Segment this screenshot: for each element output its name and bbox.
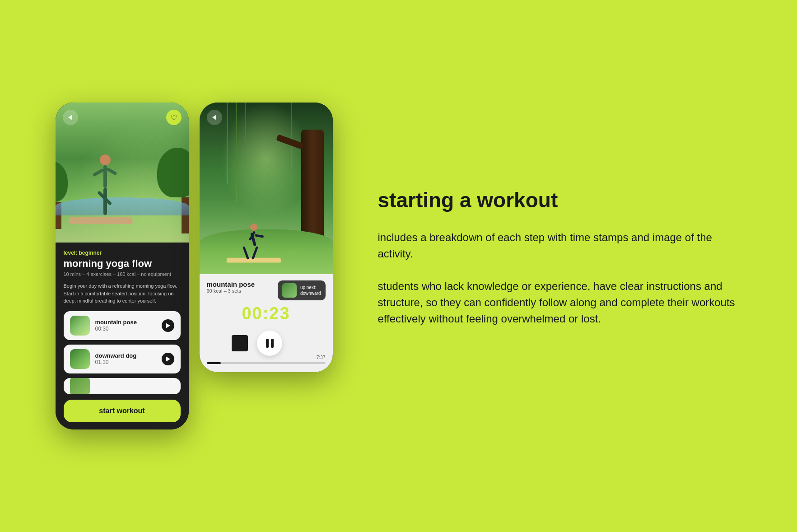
play-icon-mountain bbox=[166, 323, 170, 328]
pose-header-left: mountain pose 60 kcal – 3 sets bbox=[207, 280, 255, 299]
back-arrow-icon bbox=[68, 115, 72, 120]
skip-triangle bbox=[291, 338, 298, 348]
progress-bar-container[interactable]: 7:37 bbox=[207, 362, 326, 364]
play-button-dog[interactable] bbox=[162, 353, 174, 365]
up-next-badge: up next: downward bbox=[278, 280, 326, 300]
exercise-thumbnail-mountain bbox=[70, 316, 90, 336]
exercise-item-downward-dog: downward dog 01:30 bbox=[64, 345, 181, 373]
thumb-dog-image bbox=[70, 349, 90, 369]
up-next-exercise: downward bbox=[300, 290, 321, 296]
tree-left bbox=[56, 161, 68, 229]
pose-meta: 60 kcal – 3 sets bbox=[207, 288, 255, 294]
phone1: ♡ level: beginner morning yoga flow 10 m… bbox=[56, 103, 189, 429]
pose-name: mountain pose bbox=[207, 280, 255, 288]
next-icon bbox=[291, 338, 300, 348]
phone2-bottom-panel: mountain pose 60 kcal – 3 sets up next: … bbox=[200, 274, 333, 372]
tree-right bbox=[173, 148, 189, 233]
text-section: starting a workout includes a breakdown … bbox=[360, 189, 742, 344]
player-controls bbox=[207, 331, 326, 356]
exercise-item-mountain-pose: mountain pose 00:30 bbox=[64, 311, 181, 340]
vine-2 bbox=[236, 103, 237, 202]
exercise-time-dog: 01:30 bbox=[95, 359, 156, 365]
play-icon-dog bbox=[166, 356, 170, 362]
pause-icon bbox=[266, 339, 274, 348]
phones-section: ♡ level: beginner morning yoga flow 10 m… bbox=[56, 103, 333, 429]
vine-1 bbox=[227, 103, 228, 184]
phone1-hero-image: ♡ bbox=[56, 103, 189, 243]
favorite-button[interactable]: ♡ bbox=[166, 110, 182, 125]
figure-arm-left bbox=[92, 168, 104, 177]
skip-bar bbox=[298, 338, 300, 348]
exercise-thumbnail-partial bbox=[70, 378, 90, 394]
up-next-label: up next: bbox=[300, 285, 321, 290]
exercise-info-dog: downward dog 01:30 bbox=[95, 352, 156, 365]
play-button-mountain[interactable] bbox=[162, 319, 174, 332]
phone1-content: level: beginner morning yoga flow 10 min… bbox=[56, 243, 189, 429]
exercise-name-dog: downward dog bbox=[95, 352, 156, 359]
ground bbox=[200, 229, 333, 274]
exercise-info-mountain: mountain pose 00:30 bbox=[95, 319, 156, 332]
pause-bar-left bbox=[266, 339, 269, 348]
exercise-thumbnail-dog bbox=[70, 349, 90, 369]
vine-4 bbox=[291, 103, 292, 166]
heart-icon: ♡ bbox=[171, 113, 177, 122]
section-body-2: students who lack knowledge or experienc… bbox=[378, 278, 742, 327]
forest-light bbox=[221, 103, 311, 215]
workout-meta: 10 mins – 4 exercises – 160 kcal – no eq… bbox=[64, 271, 181, 277]
level-label: level: beginner bbox=[64, 250, 181, 256]
section-title: starting a workout bbox=[378, 189, 742, 212]
hero-scene bbox=[56, 103, 189, 243]
stop-button[interactable] bbox=[232, 335, 248, 351]
tree-leaves-left bbox=[56, 161, 68, 202]
pose-header: mountain pose 60 kcal – 3 sets up next: … bbox=[207, 280, 326, 300]
yoga-mat bbox=[68, 217, 133, 224]
figure-head bbox=[100, 154, 111, 165]
back-button[interactable] bbox=[63, 110, 78, 125]
pause-button[interactable] bbox=[257, 331, 282, 356]
workout-title: morning yoga flow bbox=[64, 258, 181, 270]
up-next-thumbnail bbox=[282, 283, 297, 298]
vine-3 bbox=[245, 103, 246, 175]
section-body-1: includes a breakdown of each step with t… bbox=[378, 229, 742, 262]
next-button[interactable] bbox=[291, 338, 300, 348]
exercise-time-mountain: 00:30 bbox=[95, 326, 156, 332]
start-workout-button[interactable]: start workout bbox=[64, 400, 181, 422]
pause-bar-right bbox=[271, 339, 274, 348]
phone2-back-icon bbox=[212, 115, 216, 120]
thumb-yoga-image bbox=[70, 316, 90, 336]
workout-description: Begin your day with a refreshing morning… bbox=[64, 282, 181, 305]
timer-display: 00:23 bbox=[207, 304, 326, 323]
exercise-list: mountain pose 00:30 bbox=[64, 311, 181, 394]
up-next-text: up next: downward bbox=[300, 285, 321, 296]
phone2-back-button[interactable] bbox=[207, 110, 222, 125]
water-reflection bbox=[56, 197, 189, 215]
figure-arm-right bbox=[106, 168, 117, 176]
main-container: ♡ level: beginner morning yoga flow 10 m… bbox=[19, 22, 778, 510]
phone2-hero-image bbox=[200, 103, 333, 274]
progress-bar-fill bbox=[207, 362, 221, 364]
yoga-figure bbox=[92, 154, 119, 218]
exercise-name-mountain: mountain pose bbox=[95, 319, 156, 326]
warrior-head bbox=[250, 224, 257, 231]
phone2: mountain pose 60 kcal – 3 sets up next: … bbox=[200, 103, 333, 372]
progress-end-time: 7:37 bbox=[317, 355, 325, 360]
exercise-item-partial bbox=[64, 378, 181, 394]
